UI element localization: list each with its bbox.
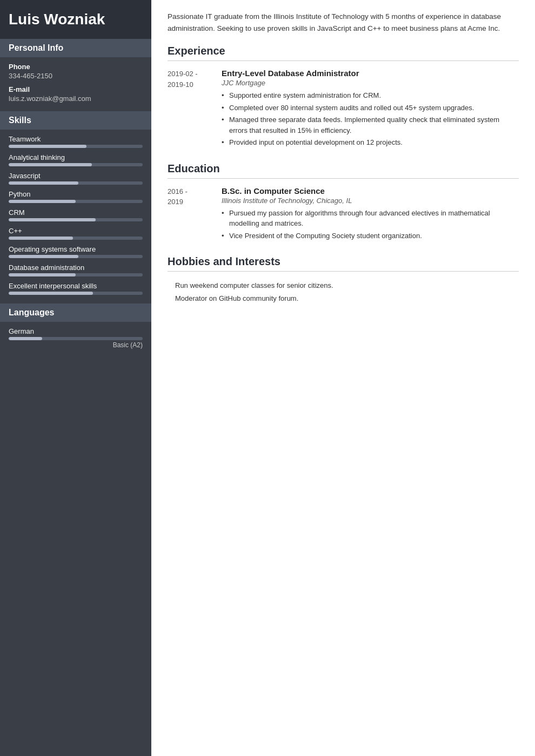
skill-bar-bg	[9, 145, 143, 148]
phone-label: Phone	[9, 63, 143, 71]
skill-item: Operating systems software	[9, 245, 143, 258]
skill-bar-fill	[9, 255, 78, 258]
language-level: Basic (A2)	[9, 341, 143, 349]
main-content: Passionate IT graduate from the Illinois…	[151, 0, 535, 756]
skill-name: C++	[9, 227, 143, 235]
entry: 2019-02 -2019-10Entry-Level Database Adm…	[168, 69, 519, 150]
skill-item: C++	[9, 227, 143, 240]
entry-body: B.Sc. in Computer ScienceIllinois Instit…	[222, 186, 519, 243]
languages-header: Languages	[0, 303, 151, 322]
skill-bar-fill	[9, 163, 92, 166]
language-item: GermanBasic (A2)	[9, 327, 143, 349]
skill-bar-bg	[9, 181, 143, 185]
education-title: Education	[168, 163, 519, 179]
skill-bar-bg	[9, 237, 143, 240]
skills-content: TeamworkAnalytical thinkingJavascriptPyt…	[0, 135, 151, 303]
personal-info-header: Personal Info	[0, 39, 151, 57]
entry-subtitle: JJC Mortgage	[222, 79, 519, 87]
skill-bar-bg	[9, 292, 143, 295]
entry-bullets: Supported entire system administration f…	[222, 90, 519, 148]
name-block: Luis Wozniak	[0, 0, 151, 39]
phone-value: 334-465-2150	[9, 72, 143, 80]
experience-section: Experience 2019-02 -2019-10Entry-Level D…	[168, 45, 519, 150]
skill-item: Teamwork	[9, 135, 143, 148]
bullet-item: Vice President of the Computing Society …	[222, 231, 519, 241]
skill-name: Python	[9, 190, 143, 198]
email-label: E-mail	[9, 85, 143, 93]
experience-title: Experience	[168, 45, 519, 61]
entry-bullets: Pursued my passion for algorithms throug…	[222, 208, 519, 241]
hobbies-title: Hobbies and Interests	[168, 255, 519, 272]
languages-content: GermanBasic (A2)	[0, 327, 151, 357]
skill-bar-bg	[9, 273, 143, 276]
hobby-item: Moderator on GitHub community forum.	[168, 292, 519, 305]
education-entries: 2016 -2019B.Sc. in Computer ScienceIllin…	[168, 186, 519, 243]
language-bar-bg	[9, 337, 143, 340]
skills-header: Skills	[0, 111, 151, 130]
skill-item: CRM	[9, 208, 143, 221]
skill-bar-bg	[9, 163, 143, 166]
hobbies-items: Run weekend computer classes for senior …	[168, 279, 519, 305]
bullet-item: Pursued my passion for algorithms throug…	[222, 208, 519, 229]
language-name: German	[9, 327, 143, 335]
languages-section: Languages GermanBasic (A2)	[0, 303, 151, 357]
skill-name: Teamwork	[9, 135, 143, 143]
skill-bar-fill	[9, 200, 76, 203]
email-value: luis.z.wozniak@gmail.com	[9, 94, 143, 103]
entry-title: Entry-Level Database Administrator	[222, 69, 519, 78]
entry-date: 2019-02 -2019-10	[168, 69, 211, 150]
hobbies-section: Hobbies and Interests Run weekend comput…	[168, 255, 519, 305]
skill-name: Operating systems software	[9, 245, 143, 253]
entry-date: 2016 -2019	[168, 186, 211, 243]
summary-text: Passionate IT graduate from the Illinois…	[168, 11, 519, 34]
skill-item: Javascript	[9, 172, 143, 185]
skill-bar-fill	[9, 292, 93, 295]
skill-name: Database administration	[9, 264, 143, 272]
skills-section: Skills TeamworkAnalytical thinkingJavasc…	[0, 111, 151, 303]
skill-name: Javascript	[9, 172, 143, 180]
personal-info-content: Phone 334-465-2150 E-mail luis.z.wozniak…	[0, 63, 151, 111]
personal-info-section: Personal Info Phone 334-465-2150 E-mail …	[0, 39, 151, 111]
education-section: Education 2016 -2019B.Sc. in Computer Sc…	[168, 163, 519, 243]
entry-title: B.Sc. in Computer Science	[222, 186, 519, 195]
skill-item: Python	[9, 190, 143, 203]
candidate-name: Luis Wozniak	[9, 11, 143, 28]
bullet-item: Managed three separate data feeds. Imple…	[222, 114, 519, 136]
skill-bar-bg	[9, 200, 143, 203]
skill-item: Analytical thinking	[9, 153, 143, 166]
bullet-item: Provided input on potential development …	[222, 137, 519, 148]
bullet-item: Supported entire system administration f…	[222, 90, 519, 101]
skill-name: Excellent interpersonal skills	[9, 282, 143, 290]
entry-subtitle: Illinois Institute of Technology, Chicag…	[222, 197, 519, 205]
language-bar-fill	[9, 337, 42, 340]
skill-bar-bg	[9, 218, 143, 221]
skill-item: Database administration	[9, 264, 143, 276]
skill-bar-fill	[9, 181, 78, 185]
experience-entries: 2019-02 -2019-10Entry-Level Database Adm…	[168, 69, 519, 150]
skill-name: CRM	[9, 208, 143, 217]
skill-bar-fill	[9, 237, 73, 240]
skill-name: Analytical thinking	[9, 153, 143, 161]
sidebar: Luis Wozniak Personal Info Phone 334-465…	[0, 0, 151, 756]
entry: 2016 -2019B.Sc. in Computer ScienceIllin…	[168, 186, 519, 243]
skill-bar-fill	[9, 145, 86, 148]
skill-item: Excellent interpersonal skills	[9, 282, 143, 295]
bullet-item: Completed over 80 internal system audits…	[222, 103, 519, 113]
hobby-item: Run weekend computer classes for senior …	[168, 279, 519, 292]
skill-bar-fill	[9, 218, 96, 221]
entry-body: Entry-Level Database AdministratorJJC Mo…	[222, 69, 519, 150]
skill-bar-fill	[9, 273, 76, 276]
skill-bar-bg	[9, 255, 143, 258]
